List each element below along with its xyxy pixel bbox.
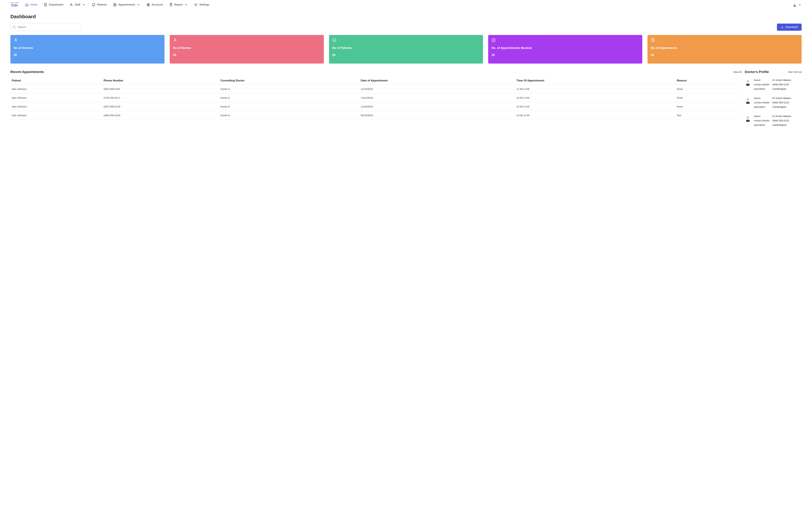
nav-patients-label: Patients: [97, 3, 107, 6]
chevron-down-icon: [798, 3, 802, 6]
card-departments[interactable]: No of Departments 26: [648, 35, 802, 64]
logo-top: SKILLTOP: [10, 2, 19, 4]
value-name: Dr Kristin Watson: [772, 115, 791, 117]
svg-point-9: [195, 4, 196, 5]
page-title: Dashboard: [10, 14, 802, 19]
nav-staff-label: Staff: [75, 3, 80, 6]
label-spec: specialties: [754, 105, 770, 108]
value-contact: (406) 555-0120: [772, 101, 791, 104]
chevron-down-icon: [82, 3, 85, 6]
cell-date: 11/15/2023: [359, 85, 515, 94]
cell-patient: Sam Johnson: [10, 102, 102, 111]
value-contact: (406) 555-0120: [772, 119, 791, 122]
cell-time: 10:30-11:00: [515, 94, 675, 102]
stat-cards: No of Doctors 26 No of Nurses 26 No of P…: [10, 35, 802, 64]
cell-doctor: Doctor A: [219, 111, 359, 120]
download-label: Download: [785, 26, 798, 29]
nav-home[interactable]: Home: [25, 3, 38, 6]
value-spec: Cardiologists: [772, 88, 791, 90]
doctor-item[interactable]: Name: contact details specialties Dr Kri…: [745, 113, 802, 126]
card-appointments[interactable]: No. of Appointments Booked 26: [488, 35, 642, 64]
nurse-icon: [173, 38, 177, 42]
table-row[interactable]: Sam Johnson(270) 555-0117Doctor A11/01/2…: [10, 94, 741, 102]
card-value: 26: [14, 53, 161, 57]
cell-reason: Fever: [675, 94, 741, 102]
see-full-list-link[interactable]: See Full List: [788, 71, 802, 73]
table-row[interactable]: Sam Johnson(307) 555-0133Doctor A11/16/2…: [10, 102, 741, 111]
chevron-down-icon: [137, 3, 140, 6]
card-value: 26: [332, 53, 480, 57]
cell-patient: Sam Johnson: [10, 111, 102, 120]
nav-staff[interactable]: Staff: [70, 3, 85, 6]
logo-main: EHS: [11, 4, 18, 7]
building-icon: [44, 3, 47, 6]
patient-icon: [92, 3, 95, 6]
card-label: No of Doctors: [14, 46, 161, 50]
clipboard-icon: [169, 3, 173, 6]
cell-date: 02/15/2024: [359, 111, 515, 120]
search-input[interactable]: [10, 23, 80, 31]
card-value: 26: [173, 53, 321, 57]
svg-rect-4: [114, 4, 116, 6]
value-spec: Cardiologists: [772, 105, 791, 108]
card-value: 26: [491, 53, 639, 57]
svg-point-6: [148, 4, 149, 5]
download-icon: [781, 26, 784, 29]
doctor-field-labels: Name: contact details specialties: [754, 115, 770, 126]
cell-reason: Test: [675, 111, 741, 120]
cell-phone: (307) 555-0133: [102, 102, 219, 111]
recent-title: Recent Appointments: [10, 70, 44, 74]
nav-report-label: Report: [175, 3, 183, 6]
doctor-item[interactable]: Name: contact details specialties Dr Kri…: [745, 77, 802, 90]
card-value: 26: [651, 53, 798, 57]
cell-phone: (480) 555-0103: [102, 111, 219, 120]
svg-rect-1: [44, 3, 47, 6]
logo[interactable]: SKILLTOP EHS: [10, 2, 19, 7]
card-doctors[interactable]: No of Doctors 26: [10, 35, 164, 64]
cell-patient: Sam Johnson: [10, 85, 102, 94]
card-nurses[interactable]: No of Nurses 26: [170, 35, 324, 64]
nav-patients[interactable]: Patients: [92, 3, 107, 6]
doctor-item[interactable]: Name: contact details specialties Dr Kri…: [745, 95, 802, 108]
nav-department[interactable]: Department: [44, 3, 63, 6]
label-spec: specialties: [754, 88, 770, 90]
building-card-icon: [651, 38, 655, 42]
gear-icon: [194, 3, 198, 6]
label-contact: contact details: [754, 83, 770, 86]
nav-appointments-label: Appointments: [118, 3, 135, 6]
download-button[interactable]: Download: [777, 24, 802, 31]
search-wrapper: [10, 23, 80, 31]
table-row[interactable]: Sam Johnson(480) 555-0103Doctor A02/15/2…: [10, 111, 741, 120]
profile-title: Doctor's Profile: [745, 70, 769, 74]
cell-reason: Fever: [675, 102, 741, 111]
cell-date: 11/16/2023: [359, 102, 515, 111]
doctor-avatar-icon: [745, 80, 751, 86]
nav-settings[interactable]: Settings: [194, 3, 209, 6]
cell-date: 11/01/2023: [359, 94, 515, 102]
card-patients[interactable]: No of Patients 26: [329, 35, 483, 64]
view-all-link[interactable]: View All: [733, 71, 741, 73]
table-row[interactable]: Sam Johnson(302) 555-0107Doctor A11/15/2…: [10, 85, 741, 94]
col-reason: Reason: [675, 77, 741, 85]
nav-report[interactable]: Report: [169, 3, 188, 6]
value-spec: Cardiologists: [772, 124, 791, 126]
cell-time: 11:30-12:00: [515, 85, 675, 94]
col-patient: Patient: [10, 77, 102, 85]
label-name: Name:: [754, 79, 770, 81]
doctor-avatar-icon: [745, 98, 751, 104]
nav-accounts[interactable]: Accounts: [146, 3, 163, 6]
cell-phone: (270) 555-0117: [102, 94, 219, 102]
nav-department-label: Department: [49, 3, 63, 6]
doctor-avatar-icon: [745, 116, 751, 122]
svg-point-2: [71, 3, 72, 5]
col-phone: Phone Number: [102, 77, 219, 85]
doctor-field-values: Dr Kristin Watson (406) 555-0120 Cardiol…: [772, 79, 791, 90]
col-date: Date of Appointment: [359, 77, 515, 85]
nav-settings-label: Settings: [199, 3, 209, 6]
nav-appointments[interactable]: Appointments: [113, 3, 140, 6]
user-menu[interactable]: [793, 3, 802, 6]
svg-rect-14: [492, 39, 495, 41]
card-label: No of Nurses: [173, 46, 321, 50]
doctor-field-labels: Name: contact details specialties: [754, 79, 770, 90]
user-icon: [70, 3, 73, 6]
